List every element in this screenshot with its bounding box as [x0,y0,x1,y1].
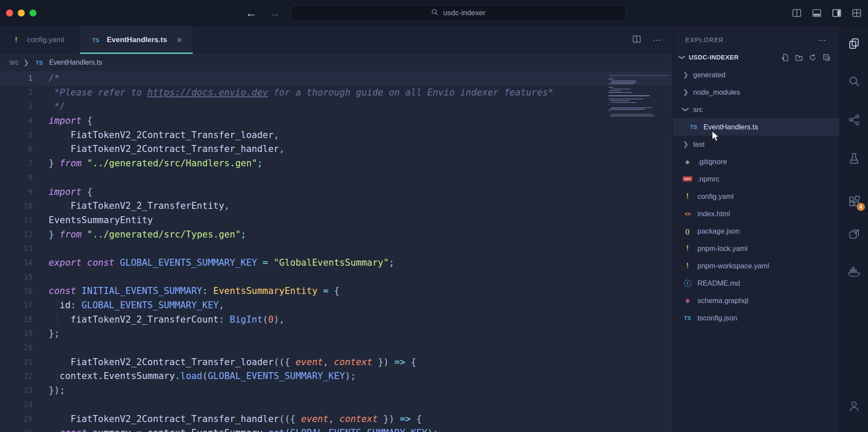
line-number: 8 [0,171,33,185]
code-line[interactable]: const summary = context.EventsSummary.ge… [49,426,673,432]
code-line[interactable]: FiatTokenV2_2Contract_Transfer_loader(({… [49,355,673,369]
code-line[interactable]: /* [49,71,673,86]
tree-item-tsconfig-json[interactable]: TStsconfig.json [673,309,839,326]
code-line[interactable]: FiatTokenV2_2Contract_Transfer_handler, [49,142,673,156]
code-line[interactable]: }; [49,326,673,341]
docker-whale-icon [847,265,861,280]
code-line[interactable] [49,398,673,412]
tab-eventhandlers-ts[interactable]: TS EventHandlers.ts ✕ [80,26,193,54]
split-editor-layout-icon[interactable] [792,8,802,18]
minimize-window-button[interactable] [18,10,25,16]
new-file-icon[interactable] [781,53,789,62]
tab-config-yaml[interactable]: ! config.yaml [0,26,75,54]
extensions-badge: 4 [857,203,865,211]
navigate-forward-button[interactable]: → [269,7,280,20]
code-line[interactable]: EventsSummaryEntity [49,213,673,228]
minimap-line [611,82,637,82]
tree-item-eventhandlers-ts[interactable]: TSEventHandlers.ts [673,118,839,135]
minimap-line [609,77,611,78]
code-line[interactable]: FiatTokenV2_2Contract_Transfer_loader, [49,128,673,142]
activity-docker-button[interactable] [840,263,868,282]
code-line[interactable]: id: GLOBAL_EVENTS_SUMMARY_KEY, [49,298,673,313]
activity-extensions-button[interactable]: 4 [840,193,868,212]
code-line[interactable]: context.EventsSummary.load(GLOBAL_EVENTS… [49,369,673,383]
code-line[interactable]: */ [49,99,673,114]
tree-item-schema-graphql[interactable]: ◈schema.graphql [673,292,839,309]
minimap[interactable] [608,73,673,117]
refresh-icon[interactable] [809,53,817,62]
close-tab-icon[interactable]: ✕ [177,36,182,44]
line-number: 20 [0,341,33,355]
tree-item--npmrc[interactable]: npm.npmrc [673,170,839,188]
navigate-back-button[interactable]: ← [246,7,257,20]
line-number: 15 [0,270,33,284]
tree-item-generated[interactable]: ❯generated [673,66,839,83]
customize-layout-icon[interactable] [852,8,862,18]
files-icon [848,37,861,52]
minimap-line [608,90,621,91]
activity-explorer-button[interactable] [840,35,868,54]
code-line[interactable] [49,270,673,284]
activity-testing-button[interactable] [840,150,868,169]
graphql-icon: ◈ [682,297,693,304]
code-editor[interactable]: 1234567891011121314151617181920212223242… [0,71,673,432]
minimap-line [611,80,636,81]
activity-account-button[interactable] [840,397,868,416]
toggle-sidebar-icon[interactable] [832,8,842,18]
project-root-row[interactable]: ❯ USDC-INDEXER [673,49,839,66]
mouse-cursor [711,131,720,143]
tree-item-src[interactable]: ❯src [673,101,839,118]
tree-item-package-json[interactable]: {}package.json [673,222,839,240]
new-folder-icon[interactable] [795,53,803,62]
tree-item-config-yaml[interactable]: !config.yaml [673,188,839,205]
code-line[interactable]: } from "../generated/src/Handlers.gen"; [49,156,673,171]
tree-item-label: .npmrc [697,175,719,183]
zoom-window-button[interactable] [30,10,36,16]
tree-item-pnpm-lock-yaml[interactable]: !pnpm-lock.yaml [673,240,839,257]
tree-item-label: node_modules [693,88,740,96]
activity-remote-explorer-button[interactable] [840,226,868,245]
code-line[interactable]: *Please refer to https://docs.envio.dev … [49,86,673,100]
tree-item-node-modules[interactable]: ❯node_modules [673,83,839,101]
tree-item-readme-md[interactable]: iREADME.md [673,274,839,292]
code-line[interactable] [49,171,673,185]
tree-item--gitignore[interactable]: ◆.gitignore [673,153,839,170]
tree-item-test[interactable]: ❯test [673,135,839,153]
collapse-all-icon[interactable] [822,53,831,62]
typescript-icon: TS [90,37,102,43]
code-line[interactable]: FiatTokenV2_2_TransferEntity, [49,199,673,213]
code-line[interactable]: import { [49,185,673,199]
chevron-right-icon: ❯ [683,71,689,79]
person-icon [848,399,861,414]
code-line[interactable]: } from "../generated/src/Types.gen"; [49,228,673,242]
tree-item-index-html[interactable]: <>index.html [673,205,839,222]
activity-source-control-graph-button[interactable] [840,111,868,130]
tree-item-pnpm-workspace-yaml[interactable]: !pnpm-workspace.yaml [673,257,839,274]
line-number: 18 [0,313,33,327]
code-line[interactable]: }); [49,383,673,398]
code-line[interactable] [49,341,673,355]
code-line[interactable] [49,241,673,256]
breadcrumb-file[interactable]: EventHandlers.ts [49,59,102,66]
minimap-line [608,92,632,93]
activity-search-button[interactable] [840,73,868,92]
code-line[interactable]: export const GLOBAL_EVENTS_SUMMARY_KEY =… [49,256,673,270]
breadcrumb: src ❯ TS EventHandlers.ts [0,54,673,71]
editor-group: ! config.yaml TS EventHandlers.ts ✕ ⋯ [0,26,673,432]
code-line[interactable]: const INITIAL_EVENTS_SUMMARY: EventsSumm… [49,284,673,298]
close-window-button[interactable] [6,10,13,16]
explorer-more-actions-icon[interactable]: ⋯ [818,35,826,45]
editor-more-actions-icon[interactable]: ⋯ [653,35,661,45]
toggle-panel-icon[interactable] [812,8,822,18]
command-center-search[interactable]: usdc-indexer [291,5,626,21]
code-line[interactable]: fiatTokenV2_2_TransferCount: BigInt(0), [49,313,673,327]
breadcrumb-folder[interactable]: src [10,59,19,66]
minimap-line [610,109,645,109]
split-editor-icon[interactable] [632,34,641,46]
window-controls [6,10,36,16]
chevron-down-icon: ❯ [678,54,686,60]
tree-item-label: EventHandlers.ts [704,123,758,131]
code-line[interactable]: FiatTokenV2_2Contract_Transfer_handler((… [49,412,673,426]
line-number: 25 [0,412,33,426]
code-line[interactable]: import { [49,114,673,128]
